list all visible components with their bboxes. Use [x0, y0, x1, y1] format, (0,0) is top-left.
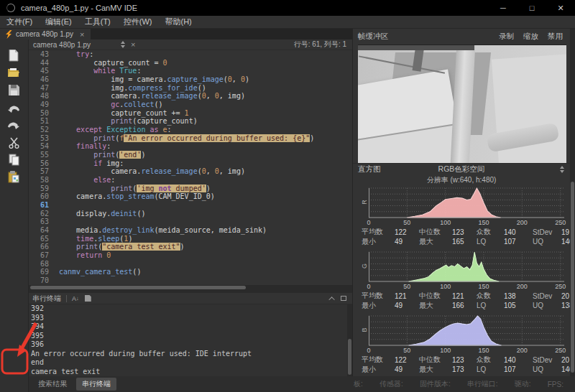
status-field: 板: — [354, 379, 363, 389]
x-tick-label: 200 — [517, 347, 528, 354]
scrollbar-thumb[interactable] — [348, 339, 351, 375]
frame-buffer-button[interactable]: 禁用 — [548, 32, 563, 42]
code-line[interactable]: 59 print('img not dumped') — [29, 185, 352, 193]
file-switch-updown-icon[interactable] — [121, 41, 125, 48]
document-close-icon[interactable]: × — [131, 40, 135, 49]
bottom-tab-inactive[interactable]: 搜索结果 — [32, 378, 73, 391]
maximize-button[interactable]: □ — [518, 0, 546, 16]
stat-label: StDev — [533, 292, 561, 300]
menu-item[interactable]: 帮助(H) — [158, 16, 198, 29]
code-line[interactable]: 45 while True: — [29, 67, 352, 75]
save-file-button[interactable] — [6, 83, 22, 97]
menu-item[interactable]: 文件(F) — [0, 16, 39, 29]
code-text: finally: — [59, 142, 111, 151]
new-file-button[interactable] — [6, 48, 22, 62]
stat-value: 49 — [395, 238, 419, 246]
line-number: 44 — [29, 59, 49, 67]
divider — [66, 295, 67, 302]
menu-item[interactable]: 控件(W) — [117, 16, 159, 29]
file-tab[interactable]: camera 480p 1.py × — [0, 29, 91, 39]
stat-label: 最小 — [362, 237, 395, 247]
serial-terminal-output[interactable]: 392393394395396An error occurred during … — [29, 304, 347, 376]
stat-label: StDev — [533, 228, 561, 236]
undo-button[interactable] — [6, 103, 22, 117]
code-line[interactable]: 43 try: — [29, 50, 352, 59]
code-line[interactable]: 51 print(capture_count) — [29, 117, 352, 126]
code-line[interactable]: 60 camera.stop_stream(CAM_DEV_ID_0) — [29, 192, 352, 201]
code-line[interactable]: 50 capture_count += 1 — [29, 109, 352, 118]
line-number: 67 — [29, 251, 49, 260]
toolbar-sidebar — [0, 39, 29, 392]
stat-label: LQ — [477, 365, 504, 373]
cut-button[interactable] — [6, 136, 22, 150]
code-text: capture_count += 1 — [59, 109, 189, 118]
scrollbar-thumb[interactable] — [30, 286, 246, 289]
scrollbar-thumb[interactable] — [571, 182, 574, 373]
frame-buffer-buttons: 录制缩放禁用 — [499, 32, 563, 42]
dropdown-updown-icon[interactable] — [560, 166, 564, 173]
code-line[interactable]: 54 finally: — [29, 142, 352, 151]
code-text: return 0 — [59, 251, 111, 260]
editor-horizontal-scrollbar[interactable] — [29, 285, 352, 290]
right-panel-scrollbar[interactable] — [570, 29, 575, 376]
open-file-button[interactable] — [6, 65, 22, 80]
status-bar-fields: 板:传感器:固件版本:串行端口:驱动:FPS: — [354, 376, 564, 392]
stat-label: 最小 — [362, 301, 395, 311]
menu-item[interactable]: 编辑(E) — [39, 16, 78, 29]
code-line[interactable]: 47 img.compress_for_ide() — [29, 84, 352, 93]
minimize-button[interactable]: ─ — [489, 0, 518, 16]
histogram-title: 直方图 — [358, 164, 381, 174]
undo-arrow-icon — [7, 105, 20, 115]
code-line[interactable]: 69canmv_camera_test() — [29, 268, 352, 276]
code-line[interactable]: 46 img = camera.capture_image(0, 0) — [29, 75, 352, 84]
terminal-line: 393 — [31, 314, 347, 323]
code-line[interactable]: 49 gc.collect() — [29, 101, 352, 109]
code-line[interactable]: 61 — [29, 201, 352, 210]
copy-button[interactable] — [6, 152, 22, 167]
histogram-x-axis: 050100150200250 — [369, 219, 570, 227]
collapse-panel-icon[interactable] — [328, 297, 334, 302]
code-line[interactable]: 55 print('end') — [29, 151, 352, 159]
code-line[interactable]: 48 camera.release_image(0, 0, img) — [29, 92, 352, 101]
code-line[interactable]: 44 capture_count = 0 — [29, 59, 352, 67]
stat-value: 121 — [395, 292, 419, 300]
code-text: img.compress_for_ide() — [59, 84, 206, 93]
code-line[interactable]: 52 except Exception as e: — [29, 126, 352, 134]
code-line[interactable]: 56 if img: — [29, 159, 352, 168]
canmv-ide-window: camera_480p_1.py - CanMV IDE ─ □ ✕ 文件(F)… — [0, 0, 575, 392]
color-space-dropdown[interactable]: RGB色彩空间 — [438, 164, 485, 174]
code-line[interactable]: 65 time.sleep(1) — [29, 235, 352, 243]
save-log-icon[interactable] — [85, 295, 91, 302]
code-line[interactable]: 70 — [29, 276, 352, 285]
code-line[interactable]: 68 — [29, 260, 352, 269]
font-size-icon[interactable]: A↓ — [72, 295, 79, 302]
terminal-line: camera test exit — [31, 368, 347, 377]
title-bar[interactable]: camera_480p_1.py - CanMV IDE ─ □ ✕ — [0, 0, 575, 16]
frame-buffer-button[interactable]: 缩放 — [523, 32, 538, 42]
popout-panel-icon[interactable] — [341, 296, 346, 301]
redo-button[interactable] — [6, 119, 22, 134]
terminal-header: 串行终端 A↓ — [29, 293, 352, 304]
histogram-block: R 050100150200250 平均数122中位数123众数140StDev… — [353, 185, 570, 248]
terminal-scrollbar[interactable] — [347, 304, 352, 376]
code-line[interactable]: 66 print("camera test exit") — [29, 243, 352, 251]
histogram-block: G 050100150200250 平均数121中位数121众数138StDev… — [353, 248, 570, 312]
code-text: print('end') — [59, 151, 145, 159]
tab-close-icon[interactable]: × — [80, 30, 84, 39]
code-line[interactable]: 63 — [29, 218, 352, 226]
bottom-tab-active[interactable]: 串行终端 — [76, 378, 116, 391]
paste-button[interactable] — [6, 169, 22, 184]
menu-item[interactable]: 工具(T) — [78, 16, 117, 29]
close-button[interactable]: ✕ — [546, 0, 575, 16]
code-line[interactable]: 67 return 0 — [29, 251, 352, 260]
line-column-indicator: 行号: 61, 列号: 1 — [294, 39, 346, 50]
code-line[interactable]: 57 camera.release_image(0, 0, img) — [29, 167, 352, 176]
code-line[interactable]: 62 display.deinit() — [29, 210, 352, 218]
frame-buffer-button[interactable]: 录制 — [499, 32, 514, 42]
code-line[interactable]: 53 print(f"An error occurred during buff… — [29, 134, 352, 143]
code-editor[interactable]: 43 try:44 capture_count = 045 while True… — [29, 50, 352, 285]
line-number: 63 — [29, 218, 49, 226]
code-line[interactable]: 58 else: — [29, 176, 352, 185]
stat-label: 众数 — [477, 355, 504, 365]
code-line[interactable]: 64 media.destroy_link(meida_source, meid… — [29, 226, 352, 235]
